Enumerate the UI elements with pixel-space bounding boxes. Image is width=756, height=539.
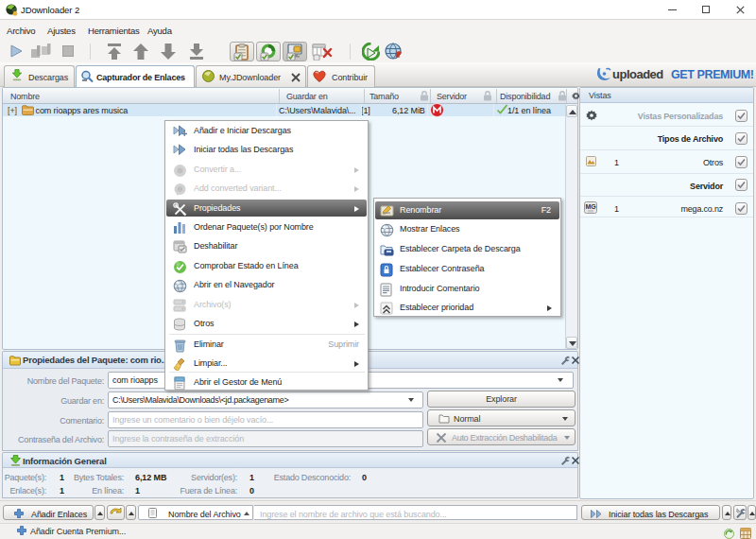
svg-text:MG: MG [585,203,596,210]
